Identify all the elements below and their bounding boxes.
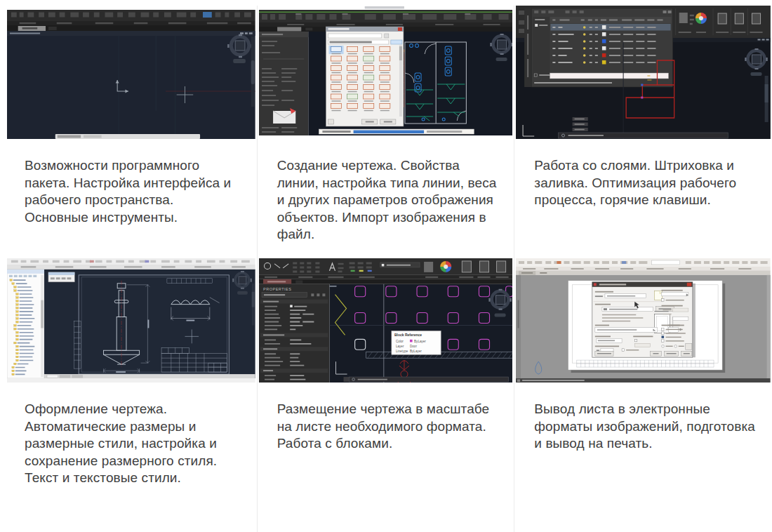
command-line[interactable]: [55, 134, 200, 139]
lesson-4-thumbnail: [7, 258, 255, 383]
lesson-1-description: Возможности программного пакета. Настрой…: [0, 157, 257, 226]
properties-palette: [259, 32, 308, 135]
lesson-1-thumbnail: [7, 6, 255, 139]
command-line[interactable]: [559, 133, 728, 138]
lesson-card-4: Оформление чертежа. Автоматические разме…: [0, 258, 258, 532]
ribbon: [7, 10, 255, 31]
clipboard-panel-icon[interactable]: [736, 13, 744, 24]
layer-properties-manager[interactable]: [524, 8, 673, 87]
drawing-canvas: Block Reference Color ByLayer Layer Door…: [329, 284, 512, 383]
color-chip: [410, 340, 413, 343]
svg-text:ByLayer: ByLayer: [410, 350, 422, 353]
center-plot-checkbox[interactable]: [622, 349, 625, 351]
preview-icon-button[interactable]: [686, 343, 692, 350]
clipboard-panel-icon[interactable]: [479, 261, 488, 272]
svg-text:Door: Door: [410, 345, 417, 348]
autocad-layer-manager-screenshot: [516, 6, 771, 139]
svg-text:Block Reference: Block Reference: [394, 333, 422, 337]
command-line[interactable]: [343, 377, 508, 382]
autocad-design-center-screenshot: [259, 6, 513, 139]
properties-palette[interactable]: PROPERTIES: [259, 284, 329, 383]
design-center-dialog[interactable]: [326, 27, 404, 126]
scrollbar[interactable]: [767, 275, 771, 378]
lesson-2-thumbnail: [259, 6, 513, 139]
drawing-canvas: [7, 31, 255, 139]
layout-tabs[interactable]: [44, 374, 255, 378]
utilities-panel-icon[interactable]: [718, 13, 726, 24]
svg-text:Layer: Layer: [396, 345, 404, 348]
svg-text:Color: Color: [396, 340, 404, 343]
lesson-5-thumbnail: PROPERTIES: [259, 258, 513, 383]
properties-palette-title: PROPERTIES: [263, 287, 291, 291]
autocad-plot-dialog-screenshot: [516, 258, 771, 383]
lesson-2-description: Создание чертежа. Свойства линии, настро…: [258, 157, 514, 244]
lesson-3-description: Работа со слоями. Штриховка и заливка. О…: [514, 157, 772, 209]
properties-color-wheel-icon[interactable]: [696, 13, 707, 24]
lessons-grid: Возможности программного пакета. Настрой…: [0, 6, 772, 532]
view-panel-icon[interactable]: [752, 13, 761, 24]
plot-dialog[interactable]: [592, 282, 696, 357]
lesson-3-thumbnail: [516, 6, 771, 139]
lesson-card-5: PROPERTIES: [258, 258, 515, 532]
autocad-empty-drawing-screenshot: [7, 6, 255, 139]
course-program-section: Возможности программного пакета. Настрой…: [0, 0, 772, 532]
status-bar: [516, 378, 771, 383]
lesson-card-1: Возможности программного пакета. Настрой…: [0, 6, 258, 258]
autocad-dimensioned-drawing-screenshot: [7, 258, 255, 383]
command-line[interactable]: [319, 129, 474, 134]
lesson-card-6: Вывод листа в электронные форматы изобра…: [514, 258, 772, 532]
ribbon: [259, 258, 513, 284]
block-reference-tooltip: Block Reference Color ByLayer Layer Door…: [392, 331, 441, 354]
lesson-6-thumbnail: [516, 258, 771, 383]
lesson-6-description: Вывод листа в электронные форматы изобра…: [514, 401, 772, 453]
close-icon[interactable]: [687, 283, 692, 286]
svg-text:ByLayer: ByLayer: [414, 340, 426, 343]
lesson-card-3: Работа со слоями. Штриховка и заливка. О…: [514, 6, 772, 258]
scrollbar[interactable]: [251, 36, 255, 107]
drawing-canvas: [44, 270, 255, 378]
sheet-set-tree-palette[interactable]: [7, 270, 44, 378]
svg-text:Linetype: Linetype: [396, 350, 408, 353]
command-history: [573, 117, 588, 131]
autocad-block-reference-screenshot: PROPERTIES: [259, 258, 513, 383]
lesson-4-description: Оформление чертежа. Автоматические разме…: [0, 401, 257, 487]
utilities-panel-icon[interactable]: [462, 261, 471, 272]
dwf-file-icon: [655, 291, 663, 300]
lesson-card-2: Создание чертежа. Свойства линии, настро…: [258, 6, 515, 258]
toolbar: [7, 258, 255, 270]
view-panel-icon[interactable]: [496, 261, 505, 272]
close-icon[interactable]: [398, 27, 402, 31]
properties-color-wheel-icon[interactable]: [440, 261, 451, 272]
floating-toolbar[interactable]: [48, 272, 74, 282]
ribbon: [516, 258, 771, 275]
lesson-5-description: Размещение чертежа в масштабе на листе н…: [258, 401, 514, 453]
